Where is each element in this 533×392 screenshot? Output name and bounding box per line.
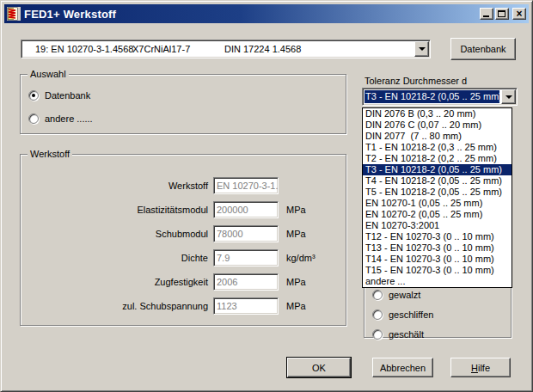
radio-label: geschliffen (389, 309, 433, 320)
field-input: 78000 (213, 225, 279, 242)
dropdown-item[interactable]: T1 - EN 10218-2 (0,3 .. 25 mm) (363, 142, 512, 153)
radio-option[interactable]: geschliffen (372, 308, 511, 321)
radio-option[interactable]: Datenbank (28, 89, 346, 101)
dropdown-item[interactable]: T2 - EN 10218-2 (0,2 .. 25 mm) (363, 153, 512, 164)
radio-option[interactable]: geschält (372, 328, 511, 340)
material-norm: DIN 17224 1.4568 (224, 44, 301, 54)
field-label: zul. Schubspannung (21, 301, 213, 311)
radio-label: andere ...... (45, 113, 93, 124)
app-icon (7, 7, 21, 21)
toleranz-dropdown-list: DIN 2076 B (0,3 .. 20 mm) DIN 2076 C (0,… (362, 107, 512, 288)
toleranz-selected-value: T3 - EN 10218-2 (0,05 .. 25 mm) (365, 90, 499, 103)
maximize-icon (498, 10, 505, 17)
field-label: Werkstoff (21, 181, 213, 191)
material-name: X7CrNiAl17-7 (132, 44, 190, 54)
radio-option[interactable]: gewalzt (372, 288, 511, 301)
dropdown-item[interactable]: T3 - EN 10218-2 (0,05 .. 25 mm) (363, 164, 512, 175)
field-unit: MPa (286, 301, 306, 311)
field-label: Elastizitätsmodul (21, 205, 213, 215)
radio-icon (28, 113, 39, 124)
help-button[interactable]: Hilfe (450, 358, 511, 377)
maximize-button[interactable] (495, 8, 509, 20)
datenbank-button[interactable]: Datenbank (450, 38, 516, 60)
field-unit: kg/dm³ (286, 253, 316, 263)
field-label: Zugfestigkeit (21, 277, 213, 287)
field-label: Dichte (21, 253, 213, 263)
dropdown-item[interactable]: T4 - EN 10218-2 (0,05 .. 25 mm) (363, 175, 512, 187)
field-unit: MPa (286, 205, 306, 215)
field-row: Zugfestigkeit 2006 MPa (21, 273, 346, 291)
radio-icon (372, 290, 383, 300)
chevron-down-icon (419, 47, 426, 51)
auswahl-options: Datenbank andere ...... (21, 89, 346, 125)
surface-options: gewalzt geschliffen geschält (365, 288, 511, 340)
dropdown-item[interactable]: andere ... (363, 276, 512, 287)
field-row: Werkstoff EN 10270-3-1.4568 (21, 177, 346, 194)
dropdown-item[interactable]: T14 - EN 10270-3 (0 .. 10 mm) (363, 254, 512, 265)
dialog-window: FED1+ Werkstoff × 19: EN 10270-3-1.4568 … (0, 0, 533, 392)
dropdown-item[interactable]: EN 10270-2 (0,05 .. 25 mm) (363, 209, 512, 220)
cancel-button[interactable]: Abbrechen (372, 358, 433, 377)
window-title: FED1+ Werkstoff (24, 8, 478, 21)
close-button[interactable]: × (512, 8, 526, 20)
auswahl-caption: Auswahl (28, 69, 69, 79)
field-unit: MPa (286, 277, 306, 287)
radio-label: gewalzt (389, 290, 420, 300)
dropdown-item[interactable]: T15 - EN 10270-3 (0 .. 10 mm) (363, 265, 512, 276)
material-combo-text: 19: EN 10270-3-1.4568 X7CrNiAl17-7 DIN 1… (23, 42, 413, 56)
close-icon: × (513, 8, 525, 20)
field-input: 2006 (213, 273, 279, 291)
field-input: EN 10270-3-1.4568 (213, 177, 279, 194)
datenbank-button-label: Datenbank (460, 44, 505, 54)
radio-label: Datenbank (45, 90, 90, 101)
field-input: 200000 (213, 201, 279, 218)
dropdown-item[interactable]: EN 10270-1 (0,05 .. 25 mm) (363, 198, 512, 209)
field-input: 1123 (213, 297, 279, 315)
dropdown-item[interactable]: DIN 2077 (7 .. 80 mm) (363, 131, 512, 142)
auswahl-groupbox: Auswahl Datenbank andere ...... (20, 74, 346, 134)
werkstoff-caption: Werkstoff (28, 149, 72, 159)
field-row: Elastizitätsmodul 200000 MPa (21, 201, 346, 218)
dropdown-item[interactable]: T13 - EN 10270-3 (0 .. 10 mm) (363, 242, 512, 254)
minimize-button[interactable] (480, 8, 493, 20)
radio-icon (28, 90, 39, 101)
radio-option[interactable]: andere ...... (28, 112, 346, 125)
radio-icon (372, 329, 383, 340)
dropdown-item[interactable]: T5 - EN 10218-2 (0,05 .. 25 mm) (363, 187, 512, 198)
minimize-icon (483, 15, 489, 17)
material-index: 19: EN 10270-3-1.4568 (35, 44, 133, 54)
field-row: zul. Schubspannung 1123 MPa (21, 297, 346, 315)
material-combobox[interactable]: 19: EN 10270-3-1.4568 X7CrNiAl17-7 DIN 1… (21, 40, 431, 58)
field-input: 7.9 (213, 249, 279, 266)
toleranz-combobox[interactable]: T3 - EN 10218-2 (0,05 .. 25 mm) (362, 88, 518, 106)
field-unit: MPa (286, 229, 306, 239)
radio-label: geschält (389, 329, 424, 340)
dropdown-item[interactable]: DIN 2076 C (0,07 .. 20 mm) (363, 119, 512, 131)
toleranz-label: Toleranz Durchmesser d (365, 76, 467, 86)
radio-icon (372, 309, 383, 320)
dropdown-item[interactable]: T12 - EN 10270-3 (0 .. 10 mm) (363, 231, 512, 242)
field-row: Dichte 7.9 kg/dm³ (21, 249, 346, 266)
werkstoff-groupbox: Werkstoff Werkstoff EN 10270-3-1.4568 El… (20, 154, 346, 326)
cancel-button-label: Abbrechen (380, 363, 426, 373)
titlebar[interactable]: FED1+ Werkstoff × (4, 4, 529, 23)
chevron-down-icon (505, 95, 512, 99)
ok-button-label: OK (312, 363, 326, 373)
field-row: Schubmodul 78000 MPa (21, 225, 346, 242)
ok-button[interactable]: OK (286, 357, 352, 378)
dropdown-item[interactable]: DIN 2076 B (0,3 .. 20 mm) (363, 108, 512, 119)
toleranz-combo-arrow-button[interactable] (501, 89, 516, 104)
help-button-label: Hilfe (471, 363, 490, 373)
field-label: Schubmodul (21, 229, 213, 239)
material-combo-arrow-button[interactable] (414, 41, 429, 57)
werkstoff-fields: Werkstoff EN 10270-3-1.4568 Elastizitäts… (21, 177, 346, 315)
dropdown-item[interactable]: EN 10270-3:2001 (363, 220, 512, 231)
